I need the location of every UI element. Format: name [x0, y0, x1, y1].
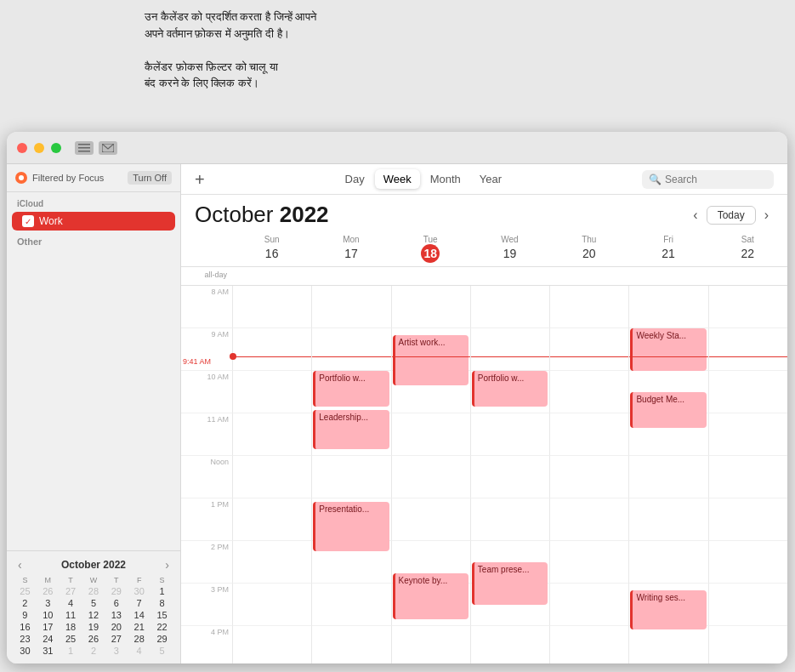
turn-off-button[interactable]: Turn Off — [128, 171, 172, 185]
time-col[interactable] — [311, 328, 390, 371]
mini-cal-day[interactable]: 23 — [14, 633, 37, 645]
time-col[interactable] — [549, 456, 628, 498]
time-col[interactable] — [391, 456, 470, 498]
mini-cal-day[interactable]: 16 — [14, 621, 37, 633]
mini-cal-day[interactable]: 30 — [14, 645, 37, 657]
time-col[interactable] — [708, 584, 787, 626]
time-col[interactable] — [232, 286, 311, 328]
time-col[interactable] — [391, 498, 470, 541]
time-col[interactable] — [232, 626, 311, 663]
mini-cal-day[interactable]: 2 — [14, 597, 37, 609]
mini-cal-day[interactable]: 14 — [128, 609, 150, 621]
time-col[interactable] — [708, 498, 787, 541]
time-col[interactable] — [232, 584, 311, 626]
mini-cal-day[interactable]: 29 — [150, 633, 173, 645]
time-col[interactable] — [311, 286, 390, 328]
time-col[interactable] — [311, 584, 390, 626]
tab-month[interactable]: Month — [422, 169, 469, 189]
maximize-button[interactable] — [51, 143, 61, 153]
time-col[interactable] — [628, 456, 707, 498]
time-col[interactable] — [708, 413, 787, 456]
tab-day[interactable]: Day — [337, 169, 373, 189]
mini-cal-day[interactable]: 3 — [105, 645, 128, 657]
sidebar-icon[interactable] — [75, 141, 94, 155]
time-col[interactable] — [470, 456, 549, 498]
mini-cal-prev[interactable]: ‹ — [15, 558, 25, 572]
calendar-event[interactable]: Weekly Sta... — [630, 328, 706, 371]
mini-cal-day[interactable]: 22 — [150, 621, 173, 633]
mini-cal-day[interactable]: 26 — [82, 633, 105, 645]
mini-cal-day[interactable]: 4 — [128, 645, 150, 657]
mini-cal-day[interactable]: 18 — [60, 621, 82, 633]
today-button[interactable]: Today — [707, 206, 756, 225]
mini-cal-day[interactable]: 26 — [37, 585, 60, 597]
time-col[interactable] — [391, 286, 470, 328]
mini-cal-next[interactable]: › — [162, 558, 172, 572]
calendar-event[interactable]: Budget Me... — [630, 392, 706, 428]
time-col[interactable] — [311, 626, 390, 663]
mini-cal-day[interactable]: 11 — [60, 609, 82, 621]
time-col[interactable] — [232, 498, 311, 541]
next-week-button[interactable]: › — [759, 206, 774, 225]
calendar-event[interactable]: Portfolio w... — [313, 371, 389, 407]
time-col[interactable] — [470, 498, 549, 541]
calendar-event[interactable]: Writing ses... — [630, 590, 706, 629]
mini-cal-day[interactable]: 2 — [82, 645, 105, 657]
minimize-button[interactable] — [34, 143, 44, 153]
mini-cal-day[interactable]: 1 — [150, 585, 173, 597]
mini-cal-day[interactable]: 27 — [60, 585, 82, 597]
mini-cal-day[interactable]: 5 — [150, 645, 173, 657]
mini-cal-day[interactable]: 30 — [128, 585, 150, 597]
mini-cal-day[interactable]: 4 — [60, 597, 82, 609]
mini-cal-day[interactable]: 6 — [105, 597, 128, 609]
mail-icon[interactable] — [99, 141, 117, 155]
mini-cal-day[interactable]: 3 — [37, 597, 60, 609]
mini-cal-day[interactable]: 1 — [60, 645, 82, 657]
time-col[interactable] — [628, 626, 707, 663]
time-col[interactable] — [708, 626, 787, 663]
time-col[interactable] — [549, 413, 628, 456]
mini-cal-day[interactable]: 31 — [37, 645, 60, 657]
time-col[interactable] — [232, 371, 311, 413]
mini-cal-day[interactable]: 28 — [128, 633, 150, 645]
mini-cal-day[interactable]: 19 — [82, 621, 105, 633]
time-col[interactable] — [549, 286, 628, 328]
time-col[interactable] — [470, 328, 549, 371]
time-col[interactable] — [391, 626, 470, 663]
mini-cal-day[interactable]: 5 — [82, 597, 105, 609]
mini-cal-day[interactable]: 8 — [150, 597, 173, 609]
time-col[interactable] — [232, 413, 311, 456]
calendar-event[interactable]: Presentatio... — [313, 502, 389, 551]
work-calendar-item[interactable]: Work — [12, 212, 175, 231]
add-event-button[interactable]: + — [195, 171, 205, 188]
time-col[interactable] — [708, 328, 787, 371]
time-col[interactable] — [470, 626, 549, 663]
prev-week-button[interactable]: ‹ — [688, 206, 702, 225]
mini-cal-day[interactable]: 21 — [128, 621, 150, 633]
mini-cal-day[interactable]: 25 — [60, 633, 82, 645]
time-col[interactable] — [549, 541, 628, 584]
mini-cal-day[interactable]: 28 — [82, 585, 105, 597]
search-input[interactable] — [665, 174, 758, 185]
time-col[interactable] — [470, 286, 549, 328]
mini-cal-day[interactable]: 9 — [14, 609, 37, 621]
close-button[interactable] — [17, 143, 27, 153]
time-col[interactable] — [708, 456, 787, 498]
mini-cal-day[interactable]: 27 — [105, 633, 128, 645]
time-col[interactable] — [628, 286, 707, 328]
mini-cal-day[interactable]: 15 — [150, 609, 173, 621]
time-col[interactable] — [232, 328, 311, 371]
time-col[interactable] — [549, 584, 628, 626]
mini-cal-day[interactable]: 24 — [37, 633, 60, 645]
time-col[interactable] — [470, 413, 549, 456]
calendar-event[interactable]: Leadership... — [313, 410, 389, 449]
mini-cal-day[interactable]: 25 — [14, 585, 37, 597]
time-col[interactable] — [232, 541, 311, 584]
mini-cal-day[interactable]: 17 — [37, 621, 60, 633]
time-col[interactable] — [708, 286, 787, 328]
calendar-event[interactable]: Keynote by... — [393, 573, 468, 619]
time-col[interactable] — [628, 541, 707, 584]
time-col[interactable] — [708, 541, 787, 584]
time-col[interactable] — [549, 498, 628, 541]
tab-year[interactable]: Year — [471, 169, 510, 189]
